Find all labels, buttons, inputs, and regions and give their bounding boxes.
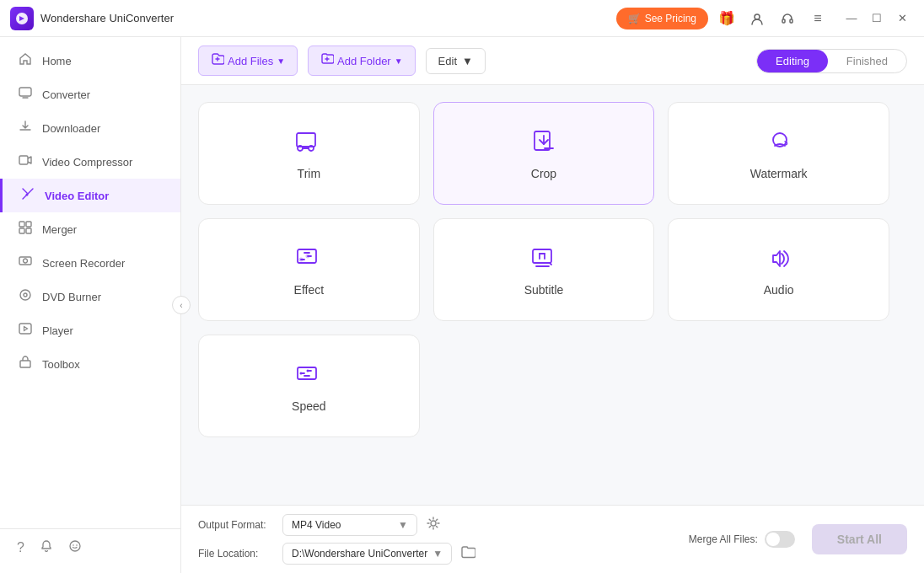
help-icon[interactable]: ? bbox=[17, 540, 24, 555]
svg-rect-7 bbox=[19, 222, 24, 227]
edit-dropdown[interactable]: Edit ▼ bbox=[426, 48, 486, 74]
main-layout: Home Converter Downloader Video Compress… bbox=[0, 37, 924, 573]
toggle-editing-button[interactable]: Editing bbox=[757, 50, 828, 72]
effect-card[interactable]: Effect bbox=[198, 218, 420, 321]
svg-point-27 bbox=[306, 254, 309, 258]
svg-rect-9 bbox=[19, 228, 24, 233]
sidebar-item-toolbox[interactable]: Toolbox bbox=[0, 347, 180, 381]
output-format-select[interactable]: MP4 Video ▼ bbox=[282, 514, 417, 536]
svg-point-18 bbox=[73, 544, 74, 546]
sidebar-label-downloader: Downloader bbox=[42, 122, 100, 135]
gift-icon[interactable]: 🎁 bbox=[715, 7, 739, 30]
merge-toggle-switch[interactable] bbox=[765, 531, 795, 548]
headset-icon[interactable] bbox=[776, 7, 799, 30]
file-location-field: File Location: D:\Wondershare UniConvert… bbox=[198, 543, 672, 565]
sidebar-bottom: ? bbox=[0, 528, 180, 566]
audio-card[interactable]: Audio bbox=[668, 218, 889, 321]
add-files-label: Add Files bbox=[228, 55, 273, 67]
sidebar-item-converter[interactable]: Converter bbox=[0, 78, 180, 111]
account-icon[interactable] bbox=[745, 7, 769, 30]
svg-rect-20 bbox=[297, 133, 315, 147]
output-format-label: Output Format: bbox=[198, 519, 274, 531]
subtitle-icon bbox=[528, 243, 560, 275]
merge-all-files-toggle: Merge All Files: bbox=[689, 531, 795, 548]
tools-grid-area: Trim Crop bbox=[181, 85, 924, 505]
menu-icon[interactable]: ≡ bbox=[806, 7, 830, 30]
app-title: Wondershare UniConverter bbox=[40, 12, 616, 24]
sidebar-label-video-compressor: Video Compressor bbox=[42, 156, 132, 169]
sidebar-item-dvd-burner[interactable]: DVD Burner bbox=[0, 280, 180, 313]
file-location-select[interactable]: D:\Wondershare UniConverter ▼ bbox=[282, 543, 452, 565]
svg-point-19 bbox=[76, 544, 78, 546]
sidebar-label-home: Home bbox=[42, 55, 72, 67]
watermark-card[interactable]: Watermark bbox=[668, 102, 889, 205]
edit-label: Edit bbox=[438, 55, 457, 67]
titlebar: Wondershare UniConverter See Pricing 🎁 ≡… bbox=[0, 0, 924, 37]
close-button[interactable]: ✕ bbox=[890, 7, 914, 30]
start-all-button[interactable]: Start All bbox=[812, 524, 907, 554]
video-editor-icon bbox=[19, 187, 36, 204]
file-location-arrow: ▼ bbox=[432, 548, 443, 560]
add-folder-button[interactable]: Add Folder ▼ bbox=[308, 46, 416, 76]
svg-point-26 bbox=[299, 258, 303, 261]
sidebar-label-converter: Converter bbox=[42, 88, 90, 101]
file-location-folder-icon[interactable] bbox=[460, 544, 475, 563]
output-format-value: MP4 Video bbox=[292, 519, 341, 531]
output-settings: Output Format: MP4 Video ▼ File Location… bbox=[198, 514, 672, 565]
subtitle-card[interactable]: Subtitle bbox=[433, 218, 655, 321]
sidebar-label-player: Player bbox=[42, 324, 73, 337]
speed-card[interactable]: Speed bbox=[198, 335, 420, 437]
svg-rect-10 bbox=[26, 228, 31, 233]
sidebar-item-merger[interactable]: Merger bbox=[0, 212, 180, 246]
sidebar-item-player[interactable]: Player bbox=[0, 313, 180, 347]
crop-card[interactable]: Crop bbox=[433, 102, 655, 205]
merger-icon bbox=[17, 221, 34, 238]
edit-dropdown-arrow: ▼ bbox=[462, 55, 473, 67]
svg-rect-15 bbox=[19, 324, 31, 334]
output-format-settings-icon[interactable] bbox=[426, 516, 441, 534]
svg-point-6 bbox=[26, 194, 29, 196]
sidebar-item-downloader[interactable]: Downloader bbox=[0, 111, 180, 145]
sidebar-label-toolbox: Toolbox bbox=[42, 358, 80, 371]
toggle-knob bbox=[766, 533, 780, 546]
maximize-button[interactable]: ☐ bbox=[865, 7, 889, 30]
window-controls: — ☐ ✕ bbox=[840, 7, 914, 30]
content-area: Add Files ▼ Add Folder ▼ Edit ▼ Editing … bbox=[181, 37, 924, 573]
sidebar-label-merger: Merger bbox=[42, 223, 77, 236]
sidebar-item-video-compressor[interactable]: Video Compressor bbox=[0, 145, 180, 179]
crop-icon bbox=[528, 126, 560, 158]
svg-point-32 bbox=[431, 521, 436, 526]
collapse-button[interactable]: ‹ bbox=[172, 296, 191, 314]
trim-card[interactable]: Trim bbox=[198, 102, 420, 205]
sidebar-label-dvd-burner: DVD Burner bbox=[42, 291, 101, 303]
add-folder-arrow: ▼ bbox=[395, 56, 403, 66]
sidebar-item-home[interactable]: Home bbox=[0, 44, 180, 78]
effect-label: Effect bbox=[294, 283, 325, 297]
file-location-value: D:\Wondershare UniConverter bbox=[292, 548, 427, 560]
pricing-button[interactable]: See Pricing bbox=[616, 8, 708, 29]
minimize-button[interactable]: — bbox=[840, 7, 863, 30]
sidebar: Home Converter Downloader Video Compress… bbox=[0, 37, 181, 573]
svg-point-12 bbox=[24, 259, 28, 263]
titlebar-actions: See Pricing 🎁 ≡ — ☐ ✕ bbox=[616, 7, 914, 30]
bottombar: Output Format: MP4 Video ▼ File Location… bbox=[181, 505, 924, 573]
toolbox-icon bbox=[17, 356, 34, 372]
effect-icon bbox=[293, 243, 325, 275]
add-files-button[interactable]: Add Files ▼ bbox=[198, 46, 298, 76]
toggle-finished-button[interactable]: Finished bbox=[828, 50, 906, 72]
notifications-icon[interactable] bbox=[40, 539, 53, 556]
feedback-icon[interactable] bbox=[68, 539, 82, 556]
svg-rect-28 bbox=[533, 249, 551, 263]
svg-point-14 bbox=[24, 293, 27, 297]
svg-point-13 bbox=[20, 290, 30, 300]
sidebar-label-screen-recorder: Screen Recorder bbox=[42, 257, 125, 270]
tools-grid: Trim Crop bbox=[198, 102, 889, 437]
sidebar-item-screen-recorder[interactable]: Screen Recorder bbox=[0, 246, 180, 280]
trim-icon bbox=[293, 126, 325, 158]
add-folder-label: Add Folder bbox=[337, 55, 391, 67]
merge-all-files-label: Merge All Files: bbox=[689, 533, 758, 545]
sidebar-item-video-editor[interactable]: Video Editor bbox=[0, 179, 180, 212]
trim-label: Trim bbox=[298, 167, 320, 180]
topbar: Add Files ▼ Add Folder ▼ Edit ▼ Editing … bbox=[181, 37, 924, 85]
screen-recorder-icon bbox=[17, 254, 34, 271]
